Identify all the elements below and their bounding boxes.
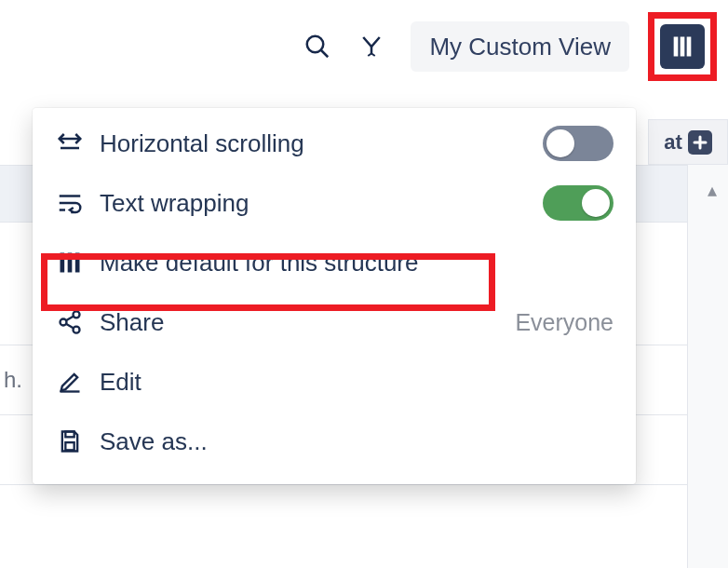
- toggle-text-wrapping[interactable]: [543, 185, 613, 221]
- search-icon[interactable]: [303, 32, 332, 61]
- svg-rect-4: [681, 37, 685, 57]
- columns-icon: [55, 248, 85, 277]
- menu-share[interactable]: Share Everyone: [33, 292, 636, 352]
- menu-text-wrapping[interactable]: Text wrapping: [33, 173, 636, 233]
- svg-line-17: [66, 324, 74, 329]
- svg-rect-3: [674, 37, 679, 57]
- text-wrap-icon: [55, 188, 85, 218]
- svg-point-15: [74, 327, 80, 333]
- svg-point-0: [307, 36, 324, 53]
- svg-rect-12: [75, 253, 80, 273]
- menu-label: Save as...: [100, 427, 613, 456]
- horizontal-scroll-icon: [55, 128, 85, 158]
- truncated-column-header[interactable]: at: [648, 119, 728, 165]
- svg-rect-19: [65, 432, 74, 438]
- columns-button[interactable]: [660, 24, 705, 69]
- menu-horizontal-scrolling[interactable]: Horizontal scrolling: [33, 114, 636, 173]
- svg-line-16: [66, 317, 74, 321]
- svg-point-14: [74, 311, 80, 318]
- columns-icon: [669, 34, 695, 60]
- menu-save-as[interactable]: Save as...: [33, 412, 636, 471]
- header-text-fragment: at: [664, 130, 682, 155]
- svg-rect-20: [65, 442, 74, 450]
- filter-icon[interactable]: [357, 32, 386, 61]
- scroll-up-arrow-icon: ▴: [708, 179, 717, 201]
- add-column-icon[interactable]: [688, 130, 712, 155]
- menu-label: Horizontal scrolling: [100, 129, 528, 158]
- save-icon: [55, 426, 85, 456]
- right-scroll-strip: ▴: [687, 119, 728, 568]
- menu-label: Text wrapping: [100, 189, 528, 218]
- svg-rect-11: [68, 253, 73, 273]
- menu-label: Share: [100, 308, 500, 337]
- view-name: My Custom View: [429, 33, 611, 61]
- view-menu: Horizontal scrolling Text wrapping Make …: [33, 108, 636, 484]
- menu-label: Make default for this structure: [100, 249, 613, 277]
- toggle-horizontal-scrolling[interactable]: [543, 126, 613, 161]
- edit-icon: [55, 367, 85, 397]
- menu-label: Edit: [100, 368, 613, 397]
- menu-make-default[interactable]: Make default for this structure: [33, 233, 636, 292]
- menu-edit[interactable]: Edit: [33, 352, 636, 412]
- view-select[interactable]: My Custom View: [411, 21, 629, 72]
- share-scope: Everyone: [515, 309, 613, 336]
- share-icon: [55, 307, 85, 337]
- svg-rect-5: [687, 37, 692, 57]
- svg-rect-10: [61, 253, 65, 273]
- svg-point-13: [61, 319, 67, 326]
- toolbar: My Custom View: [0, 18, 728, 75]
- svg-line-1: [321, 50, 329, 58]
- row-fragment: h.: [4, 367, 22, 393]
